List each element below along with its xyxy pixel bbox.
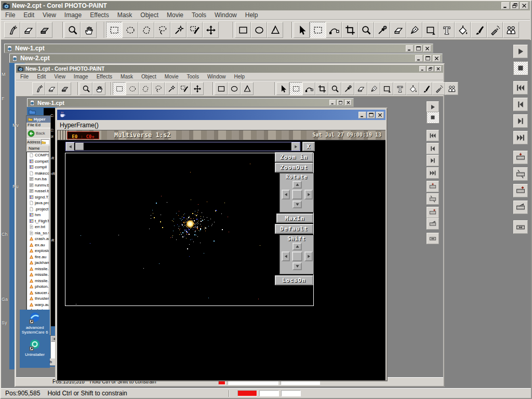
tool-pen-button[interactable] [367,82,380,95]
tool-image-sprayer-button[interactable] [4,22,20,38]
menu-edit[interactable]: Edit [19,11,38,19]
menu-view[interactable]: View [38,11,60,19]
tool-mask-rect-button[interactable] [289,82,302,95]
tool-text-button[interactable] [393,82,406,95]
color-swatch[interactable] [237,390,257,396]
movie-film-drag-button[interactable] [513,167,528,181]
tool-pen-button[interactable] [406,22,422,38]
file-list[interactable]: COMPScompetcompilmakecorun.barunmv.batru… [26,152,49,335]
rotate-up-button[interactable] [292,181,302,189]
file-row[interactable]: saucer.au [27,290,49,296]
shift-right-button[interactable] [304,251,313,261]
tool-brush-button[interactable] [419,82,432,95]
explorer-menubar[interactable]: File Ed [26,123,50,128]
tool-mask-lasso-button[interactable] [152,82,165,95]
menu-mask[interactable]: Mask [116,73,137,80]
color-swatch[interactable] [259,390,279,396]
desktop-icon-uninstaller[interactable]: Uninstaller [20,339,50,357]
tool-eraser-dark-button[interactable] [36,22,52,38]
address-input[interactable] [41,139,49,145]
tool-mask-freehand-button[interactable] [139,82,152,95]
tool-eraser-white-button[interactable] [20,22,36,38]
tool-mask-lasso-button[interactable] [154,22,170,38]
menu-tools[interactable]: Tools [188,11,210,19]
close-button[interactable] [433,55,441,62]
menu-tools[interactable]: Tools [183,73,203,80]
menu-view[interactable]: View [50,73,70,80]
tool-crop-button[interactable] [315,82,328,95]
file-row[interactable]: warp.au [27,302,49,308]
tool-zoom-button[interactable] [358,22,374,38]
menu-file[interactable]: File [16,73,33,80]
file-row[interactable]: jackhamme [27,260,49,266]
scrollbar-right-button[interactable] [291,142,300,151]
minimize-button[interactable] [358,112,366,118]
tool-mask-rect-button[interactable] [106,22,122,38]
tool-mask-rect-button[interactable] [113,82,126,95]
rotate-right-button[interactable] [304,190,313,200]
back-icon[interactable] [28,130,35,137]
tool-fill-button[interactable] [406,82,419,95]
file-row[interactable]: thruster. [27,296,49,302]
explorer-name-header[interactable]: Name [26,145,49,152]
tool-mask-wand-button[interactable] [170,22,187,38]
desktop-folder-icon[interactable] [29,108,36,115]
explorer-titlebar[interactable]: Hyper [26,116,50,123]
tool-fill-button[interactable] [455,22,471,38]
tool-mask-rect-button[interactable] [310,22,326,38]
file-row[interactable]: explosion. [27,248,49,254]
tool-hand-button[interactable] [81,22,97,38]
inner-child-titlebar[interactable]: New-1.cpt [27,98,354,107]
movie-film-export-button[interactable] [427,218,439,230]
shift-up-button[interactable] [292,243,302,250]
maximize-button[interactable] [337,100,344,105]
tool-shape-rect-button[interactable] [235,22,251,38]
file-row[interactable]: signd.TXO [27,194,49,201]
movie-film-insert-button[interactable] [427,181,439,192]
tool-eraser-white-button[interactable] [390,22,406,38]
shift-center-button[interactable] [292,251,302,261]
outer-titlebar[interactable]: New-2.cpt - Corel PHOTO-PAINT [1,1,530,10]
file-row[interactable]: err.txt [27,224,49,230]
file-row[interactable]: photon.au [27,284,49,290]
menu-window[interactable]: Window [210,11,241,19]
movie-film-add-button[interactable] [513,184,528,197]
file-row[interactable]: compil [27,164,49,170]
file-row[interactable]: fire.au [27,254,49,260]
menu-image[interactable]: Image [70,73,92,80]
tool-eyedropper-button[interactable] [374,22,390,38]
file-row[interactable]: missile.au [27,266,49,272]
file-row[interactable]: hm [27,212,49,218]
inner-titlebar[interactable]: New-1.cpt - Corel PHOTO-PAINT [16,65,443,73]
tool-node-edit-button[interactable] [326,22,342,38]
tool-people-button[interactable] [445,82,458,95]
tool-rect-tool-button[interactable] [422,22,438,38]
movie-fast-forward-end-button[interactable] [513,131,528,144]
menu-mask[interactable]: Mask [113,11,137,19]
tool-shape-polygon-button[interactable] [241,82,254,95]
tool-mask-brush-button[interactable] [187,22,203,38]
movie-stop-button[interactable] [427,112,439,123]
minimize-button[interactable] [419,66,426,72]
tool-hand-button[interactable] [92,82,105,95]
tool-move-button[interactable] [203,22,219,38]
tool-zoom-button[interactable] [79,82,92,95]
tool-airbrush-button[interactable] [432,82,445,95]
desktop-icon-syscare[interactable]: advanced SystemCare 6 [20,312,50,335]
default-button[interactable]: Default [275,224,313,234]
restore-button[interactable] [427,66,434,72]
rotate-center-button[interactable] [292,190,302,200]
tool-eraser-white-button[interactable] [45,82,58,95]
movie-rewind-start-button[interactable] [427,130,439,141]
tool-shape-ellipse-button[interactable] [228,82,241,95]
movie-film-export-button[interactable] [513,201,528,214]
movie-step-forward-button[interactable] [427,155,439,166]
movie-film-drag-button[interactable] [427,193,439,205]
tool-image-sprayer-button[interactable] [32,82,45,95]
minimize-button[interactable] [501,2,510,9]
scrollbar-thumb[interactable] [75,143,84,150]
tool-mask-ellipse-button[interactable] [126,82,139,95]
menu-help[interactable]: Help [230,73,249,80]
movie-film-spacing-button[interactable] [513,220,528,234]
tool-zoom-button[interactable] [64,22,81,38]
